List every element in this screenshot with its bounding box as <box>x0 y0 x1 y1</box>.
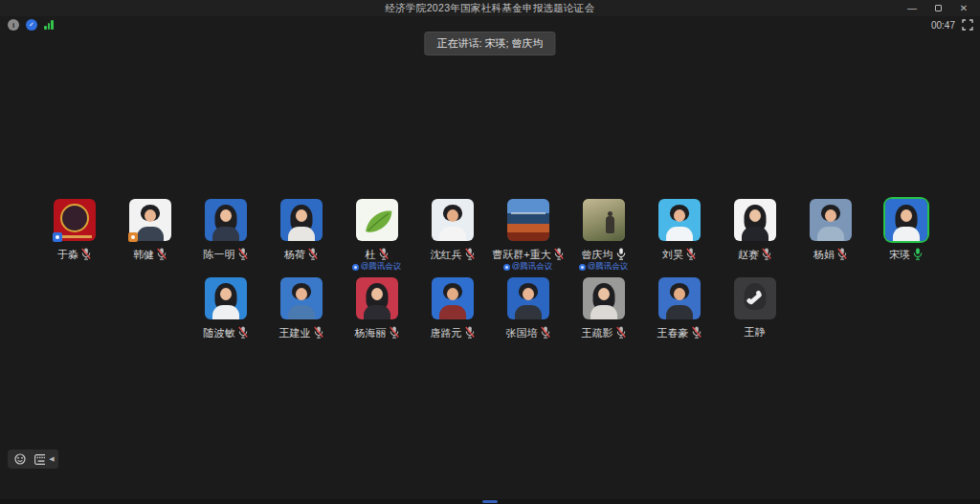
avatar-body <box>893 227 920 241</box>
participant-cell[interactable]: 陈一明 <box>188 199 263 275</box>
emoji-icon[interactable] <box>14 453 26 465</box>
participant-name: 张国培 <box>506 327 538 339</box>
participant-name-row: 杜 <box>366 248 389 260</box>
participant-name-row: 沈红兵 <box>431 248 475 260</box>
participant-cell[interactable]: 杨娟 <box>792 199 868 275</box>
participant-tile[interactable] <box>734 277 776 319</box>
mic-muted-icon <box>157 248 167 260</box>
participant-tile[interactable] <box>583 199 625 241</box>
avatar-body <box>137 227 164 241</box>
mic-muted-icon <box>686 248 696 260</box>
mic-muted-icon <box>238 248 248 260</box>
mic-muted-icon <box>314 326 323 339</box>
participant-cell[interactable]: 王静 <box>717 277 792 354</box>
tencent-meeting-icon <box>579 264 586 271</box>
participant-tile[interactable] <box>810 199 852 241</box>
participant-avatar <box>432 199 474 241</box>
collapse-toolbar-button[interactable]: ◀ <box>45 449 58 469</box>
participant-tile[interactable] <box>205 277 247 319</box>
participant-tile[interactable] <box>507 199 549 241</box>
avatar-body <box>515 305 542 319</box>
fullscreen-icon[interactable] <box>962 19 973 31</box>
participant-cell[interactable]: 杜@腾讯会议 <box>339 199 414 275</box>
joined-via-text: @腾讯会议 <box>512 261 553 273</box>
avatar-face <box>749 209 761 222</box>
avatar-body <box>212 305 239 319</box>
participant-tile[interactable] <box>54 199 96 241</box>
participant-tile[interactable] <box>129 199 171 241</box>
participant-cell[interactable]: 曹跃群+重大@腾讯会议 <box>490 199 566 275</box>
participant-cell[interactable]: 杨海丽 <box>339 277 414 354</box>
participant-cell[interactable]: 曾庆均@腾讯会议 <box>566 199 641 275</box>
participant-tile[interactable] <box>583 277 625 319</box>
participant-name: 王春豪 <box>657 327 689 339</box>
mic-status <box>465 326 475 339</box>
meeting-info-icon[interactable]: i <box>8 19 19 31</box>
maximize-button[interactable] <box>929 1 947 15</box>
participant-cell[interactable]: 赵赛 <box>717 199 792 275</box>
participant-tile[interactable] <box>432 199 474 241</box>
minimize-button[interactable]: — <box>903 1 921 15</box>
avatar-body <box>666 305 693 319</box>
participant-cell[interactable]: 宋瑛 <box>868 199 944 275</box>
participant-name-row: 唐路元 <box>431 326 475 339</box>
close-button[interactable]: ✕ <box>955 1 972 15</box>
avatar-face <box>825 209 836 222</box>
participant-tile[interactable] <box>280 199 323 241</box>
participant-tile[interactable] <box>658 199 701 241</box>
participant-name: 赵赛 <box>738 249 759 260</box>
participant-tile[interactable] <box>658 277 701 319</box>
participant-grid: 于淼韩健陈一明杨荷杜@腾讯会议沈红兵曹跃群+重大@腾讯会议曾庆均@腾讯会议刘昊赵… <box>0 199 980 356</box>
participant-cell[interactable]: 张国培 <box>490 277 566 354</box>
participant-cell[interactable]: 沈红兵 <box>414 199 490 275</box>
participant-tile[interactable] <box>734 199 776 241</box>
participant-cell[interactable]: 王建业 <box>263 277 339 354</box>
participant-avatar <box>205 277 247 319</box>
taskbar-active-app-indicator[interactable] <box>482 500 498 503</box>
network-signal-icon[interactable] <box>44 20 54 30</box>
avatar-body <box>439 227 466 241</box>
participant-cell[interactable]: 于淼 <box>36 199 112 275</box>
participant-cell[interactable]: 王春豪 <box>641 277 717 354</box>
speaking-banner: 正在讲话: 宋瑛; 曾庆均 <box>424 32 555 55</box>
participant-name: 沈红兵 <box>431 249 462 260</box>
avatar-face <box>901 209 912 222</box>
participant-tile[interactable] <box>432 277 474 319</box>
participant-name-row: 赵赛 <box>738 248 771 260</box>
meeting-title: 经济学院2023年国家社科基金申报选题论证会 <box>386 2 595 15</box>
participant-avatar <box>658 199 701 241</box>
participant-cell[interactable]: 唐路元 <box>414 277 490 354</box>
avatar-face <box>220 209 232 222</box>
participant-cell[interactable]: 刘昊 <box>641 199 717 275</box>
meeting-security-icon[interactable]: ✓ <box>26 19 37 31</box>
mic-muted-icon <box>465 248 475 260</box>
participant-tile[interactable] <box>280 277 323 319</box>
participant-cell[interactable]: 王疏影 <box>566 277 641 354</box>
participant-tile[interactable] <box>205 199 247 241</box>
participant-tile[interactable] <box>356 277 398 319</box>
participant-tile[interactable] <box>356 199 398 241</box>
mic-status <box>616 326 626 339</box>
participant-avatar <box>583 277 625 319</box>
participant-name-row: 曹跃群+重大 <box>492 248 563 260</box>
participant-cell[interactable]: 杨荷 <box>263 199 339 275</box>
participant-avatar <box>507 277 549 319</box>
avatar-ring-photo <box>60 204 89 232</box>
mic-status <box>837 248 847 260</box>
participant-name: 陈一明 <box>204 249 235 260</box>
participant-name-row: 于淼 <box>57 248 91 260</box>
participant-cell[interactable]: 随波敏 <box>188 277 263 354</box>
participant-name: 曹跃群+重大 <box>492 249 550 260</box>
person-figure <box>606 216 614 233</box>
mic-status <box>379 248 389 260</box>
participant-name-row: 曾庆均 <box>582 248 626 260</box>
participant-name-row: 杨海丽 <box>355 326 399 339</box>
participant-cell[interactable]: 韩健 <box>112 199 188 275</box>
avatar-body <box>742 227 768 241</box>
participant-avatar <box>734 199 776 241</box>
participant-tile[interactable] <box>507 277 549 319</box>
avatar-badge <box>53 232 62 242</box>
participant-tile-active-speaker[interactable] <box>885 199 927 241</box>
bridge-line <box>511 212 546 214</box>
avatar-face <box>447 288 458 300</box>
